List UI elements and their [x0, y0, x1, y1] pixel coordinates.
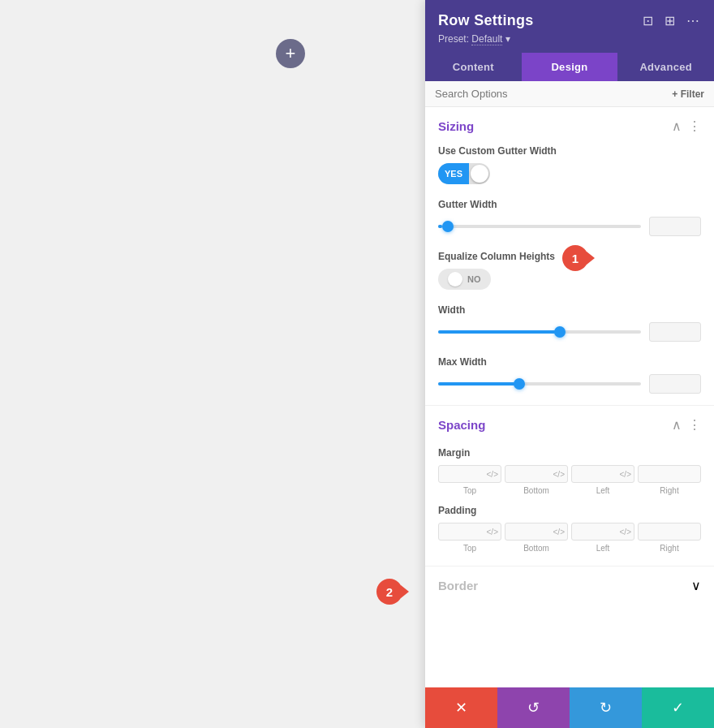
padding-top-label: Top	[463, 544, 476, 553]
tab-advanced[interactable]: Advanced	[617, 53, 714, 81]
preset-value[interactable]: Default	[471, 33, 502, 45]
padding-bottom-input[interactable]: 0px	[505, 523, 551, 540]
refresh-icon: ↻	[600, 699, 612, 717]
padding-top-input[interactable]: 0px	[439, 523, 484, 540]
max-width-row: Max Width 1080px	[425, 353, 714, 405]
width-value[interactable]: 80%	[649, 322, 701, 342]
add-element-button[interactable]: +	[276, 39, 305, 68]
border-title: Border	[438, 579, 478, 592]
padding-left-input[interactable]	[572, 523, 617, 540]
max-width-label: Max Width	[438, 356, 701, 368]
margin-right-input[interactable]	[639, 466, 700, 482]
padding-right-input[interactable]	[639, 523, 700, 540]
margin-top-label: Top	[463, 486, 476, 495]
margin-left-cell: </> Left	[571, 465, 634, 495]
margin-top-cell: </> Top	[438, 465, 501, 495]
margin-left-link-icon[interactable]: </>	[617, 470, 634, 479]
spacing-collapse-button[interactable]: ∧	[672, 417, 682, 433]
search-bar: + Filter	[425, 81, 714, 107]
gutter-width-track[interactable]	[438, 225, 641, 228]
margin-top-link-icon[interactable]: </>	[484, 470, 501, 479]
spacing-section-header: Spacing ∧ ⋮	[425, 406, 714, 441]
custom-gutter-switch[interactable]: YES	[438, 163, 490, 184]
panel-header-top: Row Settings ⊡ ⊞ ⋯	[438, 11, 701, 30]
panel-footer: ✕ ↺ ↻ ✓	[425, 687, 714, 728]
padding-left-input-wrap: </>	[571, 523, 634, 541]
row-settings-panel: Row Settings ⊡ ⊞ ⋯ Preset: Default ▾ Con…	[425, 0, 714, 728]
margin-left-input[interactable]	[572, 466, 617, 482]
gutter-width-thumb[interactable]	[442, 221, 454, 232]
padding-bottom-input-wrap: 0px </>	[505, 523, 568, 541]
padding-right-cell: Right	[638, 523, 701, 553]
more-options-button[interactable]: ⋯	[685, 11, 701, 30]
sizing-section-actions: ∧ ⋮	[672, 118, 701, 134]
sizing-section-title: Sizing	[438, 119, 474, 133]
custom-gutter-toggle-row: Use Custom Gutter Width YES	[425, 142, 714, 196]
spacing-section-actions: ∧ ⋮	[672, 417, 701, 433]
confirm-icon: ✓	[672, 699, 684, 717]
margin-right-input-wrap	[638, 465, 701, 483]
gutter-width-label: Gutter Width	[438, 199, 701, 210]
margin-grid: </> Top </> Bottom </> Left	[425, 462, 714, 498]
max-width-thumb[interactable]	[514, 378, 525, 390]
toggle-yes-label: YES	[438, 163, 469, 184]
reset-icon: ↺	[527, 699, 540, 717]
no-toggle-knob	[448, 272, 462, 286]
refresh-button[interactable]: ↻	[570, 687, 642, 728]
padding-left-label: Left	[596, 544, 610, 553]
max-width-track[interactable]	[438, 382, 641, 386]
margin-top-input[interactable]	[439, 466, 484, 482]
max-width-control: 1080px	[438, 374, 701, 394]
margin-right-label: Right	[660, 486, 678, 495]
gutter-width-row: Gutter Width 1	[425, 196, 714, 248]
padding-bottom-link-icon[interactable]: </>	[551, 528, 567, 536]
padding-left-link-icon[interactable]: </>	[617, 528, 634, 536]
padding-right-input-wrap	[638, 523, 701, 541]
cancel-icon: ✕	[455, 699, 467, 717]
sizing-more-button[interactable]: ⋮	[688, 118, 701, 134]
padding-grid: 0px </> Top 0px </> Bottom </>	[425, 519, 714, 556]
panel-title: Row Settings	[438, 12, 534, 29]
border-expand-icon[interactable]: ∨	[691, 578, 701, 593]
annotation-bubble-2: 2	[376, 579, 402, 605]
spacing-section-title: Spacing	[438, 418, 485, 432]
panel-header-icons: ⊡ ⊞ ⋯	[641, 11, 701, 30]
tabs-bar: Content Design Advanced	[425, 53, 714, 81]
responsive-icon-button[interactable]: ⊡	[641, 11, 655, 30]
width-fill	[438, 330, 556, 334]
annotation-bubble-1: 1	[562, 245, 588, 271]
equalize-no-toggle[interactable]: NO	[438, 269, 491, 290]
search-input[interactable]	[435, 88, 672, 100]
gutter-width-control: 1	[438, 217, 701, 236]
width-track[interactable]	[438, 330, 641, 334]
padding-bottom-cell: 0px </> Bottom	[505, 523, 568, 553]
sizing-collapse-button[interactable]: ∧	[672, 118, 682, 134]
margin-bottom-input[interactable]	[505, 466, 551, 482]
grid-icon: ⊞	[665, 14, 675, 28]
spacing-more-button[interactable]: ⋮	[688, 417, 701, 433]
sizing-section-header: Sizing ∧ ⋮	[425, 107, 714, 142]
margin-bottom-link-icon[interactable]: </>	[551, 470, 567, 479]
reset-button[interactable]: ↺	[497, 687, 570, 728]
canvas-area: +	[0, 0, 425, 728]
max-width-value[interactable]: 1080px	[649, 374, 701, 394]
responsive-icon: ⊡	[643, 14, 653, 28]
margin-top-input-wrap: </>	[438, 465, 501, 483]
spacing-section: Spacing ∧ ⋮ Margin </> Top	[425, 406, 714, 566]
tab-design[interactable]: Design	[522, 53, 618, 81]
tab-content[interactable]: Content	[425, 53, 522, 81]
border-section-header[interactable]: Border ∨	[438, 566, 701, 605]
no-toggle-label: NO	[467, 274, 481, 284]
confirm-button[interactable]: ✓	[642, 687, 714, 728]
padding-top-link-icon[interactable]: </>	[484, 528, 501, 536]
cancel-button[interactable]: ✕	[425, 687, 497, 728]
custom-gutter-label: Use Custom Gutter Width	[438, 145, 701, 157]
width-thumb[interactable]	[554, 326, 566, 338]
gutter-width-value[interactable]: 1	[649, 217, 701, 236]
padding-top-input-wrap: 0px </>	[438, 523, 501, 541]
margin-right-cell: Right	[638, 465, 701, 495]
max-width-fill	[438, 382, 515, 386]
filter-button[interactable]: + Filter	[672, 88, 704, 100]
grid-icon-button[interactable]: ⊞	[663, 11, 677, 30]
toggle-knob	[471, 165, 488, 183]
